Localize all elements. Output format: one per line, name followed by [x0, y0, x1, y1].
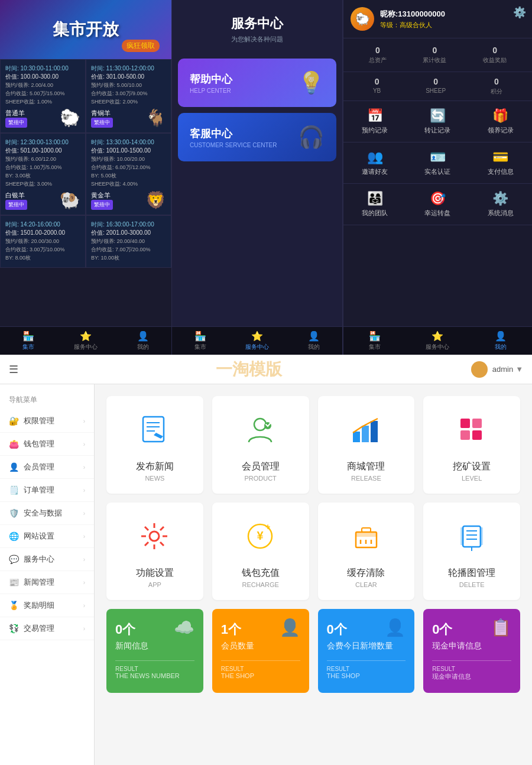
yb-row: 0 YB 0 SHEEP 0 积分	[343, 72, 532, 101]
website-label: 网站设置	[24, 531, 83, 542]
sheep-card-3[interactable]: 时间: 12:30:00-13:00:00 价值: 501.00-1000.00…	[0, 133, 86, 215]
sidebar-item-website[interactable]: 🌐 网站设置 ›	[0, 525, 94, 548]
icon-cards-grid-2: 功能设置 APP ¥ + 钱包充值 RECHARGE	[106, 503, 520, 600]
invite-icon: 👥	[367, 150, 383, 165]
admin-info: admin ▼	[471, 361, 523, 378]
stat-card-news[interactable]: ☁️ 0个 新闻信息 RESULT THE NEWS NUMBER	[106, 609, 203, 693]
stat-card-members[interactable]: 👤 1个 会员数量 RESULT THE SHOP	[212, 609, 309, 693]
sidebar-item-orders[interactable]: 🗒️ 订单管理 ›	[0, 479, 94, 502]
card3-profit: 合约收益: 1.00万/5.00%	[5, 164, 80, 171]
svg-rect-7	[362, 426, 369, 442]
menu-payment[interactable]: 💳 支付信息	[469, 142, 532, 184]
trading-label: 交易管理	[24, 623, 83, 634]
menu-transfer[interactable]: 🔄 转让记录	[406, 101, 469, 142]
menu-invite[interactable]: 👥 邀请好友	[343, 142, 406, 184]
sidebar-item-members[interactable]: 👤 会员管理 ›	[0, 456, 94, 479]
rewards-arrow: ›	[83, 602, 85, 609]
mid-nav-service[interactable]: ⭐ 服务中心	[229, 327, 286, 355]
sidebar-item-trading[interactable]: 💱 交易管理 ›	[0, 617, 94, 640]
stat-card-daily[interactable]: 👤 0个 会费今日新增数量 RESULT THE SHOP	[318, 609, 415, 693]
mid-nav-market[interactable]: 🏪 集市	[172, 327, 229, 355]
market-banner-title: 集市开放	[53, 18, 119, 41]
middle-scroll: 服务中心 为您解决各种问题 帮助中心 HELP CENTER 💡 客服中心 CU…	[172, 0, 342, 326]
card1-badge: 繁殖中	[5, 118, 27, 128]
sidebar-item-wallet[interactable]: 👛 钱包管理 ›	[0, 433, 94, 456]
card-publish-news[interactable]: 发布新闻 NEWS	[106, 396, 203, 494]
card5-time: 时间: 14:20-16:00:00	[5, 221, 80, 229]
mid-nav-my-label: 我的	[308, 343, 320, 351]
sidebar-item-permissions[interactable]: 🔐 权限管理 ›	[0, 410, 94, 433]
card3-emoji: 🐏	[60, 190, 80, 210]
sheep-card-5[interactable]: 时间: 14:20-16:00:00 价值: 1501.00-2000.00 预…	[0, 215, 86, 268]
left-nav-market[interactable]: 🏪 集市	[0, 327, 57, 355]
realname-icon: 🪪	[430, 150, 446, 165]
card1-contract: 预约/领养: 2.00/4.00	[5, 82, 80, 89]
sidebar-item-news[interactable]: 📰 新闻管理 ›	[0, 571, 94, 594]
settings-gear-icon[interactable]: ⚙️	[513, 6, 526, 19]
stat-cash-sub: 现金申请信息	[432, 672, 511, 681]
card-function-settings[interactable]: 功能设置 APP	[106, 503, 203, 600]
sheep-card-4[interactable]: 时间: 13:30:00-14:00:00 价值: 1001.00-1500.0…	[86, 133, 171, 215]
system-label: 系统消息	[488, 209, 514, 218]
wallet-recharge-cn: 钱包充值	[242, 567, 280, 579]
mining-en: LEVEL	[462, 475, 482, 482]
card2-time: 时间: 11:30:00-12:00:00	[91, 64, 166, 73]
menu-lucky[interactable]: 🎯 幸运转盘	[406, 184, 469, 225]
svg-text:¥: ¥	[257, 529, 264, 542]
card5-price: 价值: 1501.00-2000.00	[5, 229, 80, 237]
stat-members-icon: 👤	[280, 618, 300, 637]
card-cache-clear[interactable]: 缓存清除 CLEAR	[318, 503, 415, 600]
card-wallet-recharge[interactable]: ¥ + 钱包充值 RECHARGE	[212, 503, 309, 600]
mid-nav-my[interactable]: 👤 我的	[286, 327, 342, 355]
card4-emoji: 🦁	[145, 190, 166, 210]
watermark: 一淘模版	[27, 358, 471, 381]
market-banner-sub: 疯狂领取	[122, 40, 160, 52]
left-nav-my[interactable]: 👤 我的	[114, 327, 171, 355]
right-bottom-nav: 🏪 集市 ⭐ 服务中心 👤 我的	[343, 326, 532, 355]
security-arrow: ›	[83, 510, 85, 517]
card-mining[interactable]: 挖矿设置 LEVEL	[423, 396, 520, 494]
transfer-icon: 🔄	[430, 108, 446, 124]
stat-news-title: 新闻信息	[115, 641, 194, 651]
yb-stat: 0 YB	[373, 77, 381, 96]
menu-system[interactable]: ⚙️ 系统消息	[469, 184, 532, 225]
sidebar-item-rewards[interactable]: 🏅 奖励明细 ›	[0, 594, 94, 617]
card1-name: 普通羊	[5, 109, 27, 118]
left-nav-service-label: 服务中心	[74, 343, 98, 351]
card3-badge: 繁殖中	[5, 200, 27, 210]
sidebar-item-service[interactable]: 💬 服务中心 ›	[0, 548, 94, 571]
svg-rect-26	[356, 532, 377, 537]
menu-team[interactable]: 👨‍👩‍👧 我的团队	[343, 184, 406, 225]
orders-icon: 🗒️	[9, 485, 19, 495]
stat-card-cash[interactable]: 📋 0个 现金申请信息 RESULT 现金申请信息	[423, 609, 520, 693]
user-header: 🐑 昵称:13100000000 等级：高级合伙人	[343, 0, 532, 38]
menu-appointment[interactable]: 📅 预约记录	[343, 101, 406, 142]
right-nav-service[interactable]: ⭐ 服务中心	[406, 327, 469, 355]
menu-receive[interactable]: 🎁 领养记录	[469, 101, 532, 142]
sheep-card-2[interactable]: 时间: 11:30:00-12:00:00 价值: 301.00-500.00 …	[86, 59, 171, 133]
card-shop-mgmt[interactable]: 商城管理 RELEASE	[318, 396, 415, 494]
stats-cards-grid: ☁️ 0个 新闻信息 RESULT THE NEWS NUMBER 👤 1个 会…	[106, 609, 520, 693]
appointment-label: 预约记录	[362, 126, 388, 135]
card5-contract: 预约/领养: 20.00/30.00	[5, 238, 80, 245]
left-nav-service[interactable]: ⭐ 服务中心	[57, 327, 115, 355]
customer-service-card[interactable]: 客服中心 CUSTOMER SERVICE CENTER 🎧	[178, 113, 336, 161]
card4-badge: 繁殖中	[91, 200, 113, 210]
help-center-card[interactable]: 帮助中心 HELP CENTER 💡	[178, 59, 336, 107]
publish-news-en: NEWS	[145, 475, 164, 482]
sheep-card-1[interactable]: 时间: 10:30:00-11:00:00 价值: 100.00-300.00 …	[0, 59, 86, 133]
stat-cash-result: RESULT	[432, 666, 511, 672]
sheep-card-6[interactable]: 时间: 16:30:00-17:00:00 价值: 2001.00-3000.0…	[86, 215, 171, 268]
menu-realname[interactable]: 🪪 实名认证	[406, 142, 469, 184]
right-nav-my[interactable]: 👤 我的	[469, 327, 532, 355]
right-nav-market[interactable]: 🏪 集市	[343, 327, 406, 355]
admin-dropdown-icon[interactable]: ▼	[515, 365, 523, 374]
shop-mgmt-cn: 商城管理	[347, 461, 385, 473]
sidebar-item-security[interactable]: 🛡️ 安全与数据 ›	[0, 502, 94, 525]
card1-emoji: 🐑	[60, 108, 80, 128]
card2-name: 青铜羊	[91, 109, 113, 118]
card4-contract: 预约/领养: 10.00/20.00	[91, 155, 166, 163]
hamburger-button[interactable]: ☰	[9, 363, 18, 376]
card-member-mgmt[interactable]: 会员管理 PRODUCT	[212, 396, 309, 494]
card-carousel-mgmt[interactable]: 轮播图管理 DELETE	[423, 503, 520, 600]
